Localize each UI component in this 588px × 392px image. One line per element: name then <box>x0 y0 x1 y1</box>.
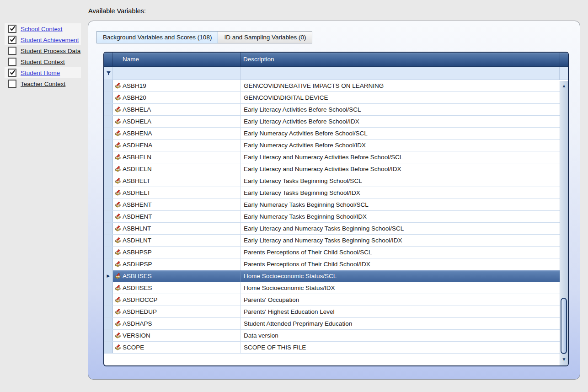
variable-row[interactable]: ▶ VERSION Data version <box>104 330 560 342</box>
variable-name-cell[interactable]: ASBHPSP <box>113 247 241 258</box>
variable-row[interactable]: ▶ ASBHPSP Parents Perceptions of Their C… <box>104 247 560 258</box>
variable-name-cell[interactable]: ASDHENA <box>113 140 241 151</box>
variable-description: Parents' Highest Education Level <box>241 306 560 317</box>
variable-name: ASDHAPS <box>123 320 152 327</box>
variable-row[interactable]: ▶ ASBHELN Early Literacy and Numeracy Ac… <box>104 151 560 163</box>
variable-icon <box>114 225 121 232</box>
variable-description: Parents' Occupation <box>241 294 560 306</box>
variable-row[interactable]: ▶ ASDHELN Early Literacy and Numeracy Ac… <box>104 163 560 175</box>
variable-name-cell[interactable]: ASDHELN <box>113 163 241 175</box>
variable-name-cell[interactable]: ASBHENA <box>113 128 241 139</box>
scroll-up-icon[interactable]: ▲ <box>560 83 568 89</box>
checkbox[interactable] <box>8 36 16 44</box>
variable-name: ASBHLNT <box>123 225 151 232</box>
variable-row[interactable]: ▶ ASBHLNT Early Literacy and Numeracy Ta… <box>104 223 560 235</box>
variable-row[interactable]: ▶ ASDHLNT Early Literacy and Numeracy Ta… <box>104 235 560 247</box>
variable-row[interactable]: ▶ ASDHSES Home Socioeconomic Status/IDX <box>104 282 560 294</box>
filter-description-input[interactable] <box>241 67 560 80</box>
variable-name-cell[interactable]: ASBHELN <box>113 151 241 163</box>
column-header-name[interactable]: Name <box>113 53 241 66</box>
variable-row[interactable]: ▶ ASDHAPS Student Attended Preprimary Ed… <box>104 318 560 330</box>
checkbox[interactable] <box>8 47 16 55</box>
variable-row[interactable]: ▶ ASBHENA Early Numeracy Activities Befo… <box>104 128 560 140</box>
variable-description: Early Literacy and Numeracy Tasks Beginn… <box>241 223 560 234</box>
variable-row[interactable]: ▶ ASBHELA Early Literacy Activities Befo… <box>104 104 560 116</box>
checkbox[interactable] <box>8 69 16 77</box>
scrollbar-thumb[interactable] <box>561 298 567 354</box>
tab-background-variables[interactable]: Background Variables and Scores (108) <box>96 31 218 43</box>
variable-row[interactable]: ▶ ASBH20 GEN\COVID\DIGITAL DEVICE <box>104 92 560 104</box>
variable-icon <box>114 249 121 256</box>
row-indicator-gutter: ▶ <box>104 187 113 199</box>
variable-name-cell[interactable]: ASBHELA <box>113 104 241 115</box>
variable-row[interactable]: ▶ SCOPE SCOPE OF THIS FILE <box>104 342 560 354</box>
sidebar-item-label[interactable]: Student Achievement <box>21 37 79 43</box>
variable-name-cell[interactable]: ASBHLNT <box>113 223 241 234</box>
variable-name-cell[interactable]: ASBHENT <box>113 199 241 210</box>
variable-name: ASBHENA <box>123 130 152 137</box>
variable-name-cell[interactable]: ASDHAPS <box>113 318 241 329</box>
sidebar-item-student-achievement[interactable]: Student Achievement <box>5 34 81 45</box>
row-indicator-gutter: ▶ <box>104 294 113 306</box>
variable-name-cell[interactable]: ASDHOCCP <box>113 294 241 306</box>
tab-id-sampling-variables[interactable]: ID and Sampling Variables (0) <box>218 31 312 43</box>
variable-row[interactable]: ▶ ASBH19 GEN\COVID\NEGATIVE IMPACTS ON L… <box>104 80 560 92</box>
row-indicator-gutter: ▶ <box>104 151 113 163</box>
variable-name-cell[interactable]: ASDHSES <box>113 282 241 294</box>
variable-row[interactable]: ▶ ASDHELA Early Literacy Activities Befo… <box>104 116 560 128</box>
variable-row[interactable]: ▶ ASBHSES Home Socioeconomic Status/SCL <box>104 270 560 282</box>
sidebar-item-student-process-data[interactable]: Student Process Data <box>5 45 81 56</box>
variable-name-cell[interactable]: ASDHELA <box>113 116 241 127</box>
variable-description: Student Attended Preprimary Education <box>241 318 560 329</box>
row-indicator-gutter: ▶ <box>104 258 113 270</box>
variable-name: ASBHPSP <box>123 249 152 256</box>
variable-row[interactable]: ▶ ASDHPSP Parents Perceptions of Their C… <box>104 258 560 270</box>
vertical-scrollbar[interactable]: ▲ ▼ <box>560 81 568 365</box>
column-header-description[interactable]: Description <box>241 53 560 66</box>
sidebar-item-label[interactable]: Teacher Context <box>21 81 65 87</box>
variable-icon <box>114 142 121 149</box>
tab-bar: Background Variables and Scores (108) ID… <box>96 31 312 43</box>
checkbox[interactable] <box>8 58 16 66</box>
variable-row[interactable]: ▶ ASDHEDUP Parents' Highest Education Le… <box>104 306 560 318</box>
checkmark-icon <box>10 70 16 75</box>
variable-name-cell[interactable]: ASBH20 <box>113 92 241 103</box>
sidebar-item-student-context[interactable]: Student Context <box>5 56 81 67</box>
variable-name-cell[interactable]: SCOPE <box>113 342 241 353</box>
checkbox[interactable] <box>8 25 16 33</box>
variable-row[interactable]: ▶ ASDHENT Early Numeracy Tasks Beginning… <box>104 211 560 223</box>
variable-name-cell[interactable]: ASBHELT <box>113 175 241 187</box>
variable-name-cell[interactable]: ASDHPSP <box>113 258 241 270</box>
sidebar-item-label[interactable]: Student Context <box>21 59 65 65</box>
variable-name-cell[interactable]: ASDHENT <box>113 211 241 222</box>
variable-name-cell[interactable]: ASDHELT <box>113 187 241 199</box>
available-variables-label: Available Variables: <box>88 7 146 15</box>
variable-description: Early Numeracy Tasks Beginning School/ID… <box>241 211 560 222</box>
variable-name: ASBH19 <box>123 82 146 89</box>
sidebar-item-teacher-context[interactable]: Teacher Context <box>5 78 81 89</box>
sidebar-item-student-home[interactable]: Student Home <box>5 67 81 78</box>
sidebar-item-school-context[interactable]: School Context <box>5 23 81 34</box>
row-indicator-gutter: ▶ <box>104 342 113 353</box>
variable-row[interactable]: ▶ ASBHENT Early Numeracy Tasks Beginning… <box>104 199 560 211</box>
sidebar-item-label[interactable]: Student Process Data <box>21 48 80 54</box>
variable-name-cell[interactable]: ASDHLNT <box>113 235 241 246</box>
variable-row[interactable]: ▶ ASDHENA Early Numeracy Activities Befo… <box>104 140 560 151</box>
row-indicator-gutter: ▶ <box>104 199 113 210</box>
variable-name: VERSION <box>123 332 150 339</box>
variable-row[interactable]: ▶ ASDHOCCP Parents' Occupation <box>104 294 560 306</box>
row-indicator-gutter: ▶ <box>104 211 113 222</box>
variable-row[interactable]: ▶ ASDHELT Early Literacy Tasks Beginning… <box>104 187 560 199</box>
checkbox[interactable] <box>8 80 16 88</box>
filter-name-input[interactable] <box>113 67 241 80</box>
sidebar-item-label[interactable]: School Context <box>21 26 63 32</box>
scroll-down-icon[interactable]: ▼ <box>560 356 568 363</box>
variable-name: ASDHELA <box>123 118 151 125</box>
variable-name-cell[interactable]: ASBH19 <box>113 80 241 91</box>
variable-row[interactable]: ▶ ASBHELT Early Literacy Tasks Beginning… <box>104 175 560 187</box>
variable-description: Early Numeracy Tasks Beginning School/SC… <box>241 199 560 210</box>
variable-name-cell[interactable]: VERSION <box>113 330 241 341</box>
variable-name-cell[interactable]: ASBHSES <box>113 270 241 282</box>
variable-name-cell[interactable]: ASDHEDUP <box>113 306 241 317</box>
sidebar-item-label[interactable]: Student Home <box>21 70 60 76</box>
